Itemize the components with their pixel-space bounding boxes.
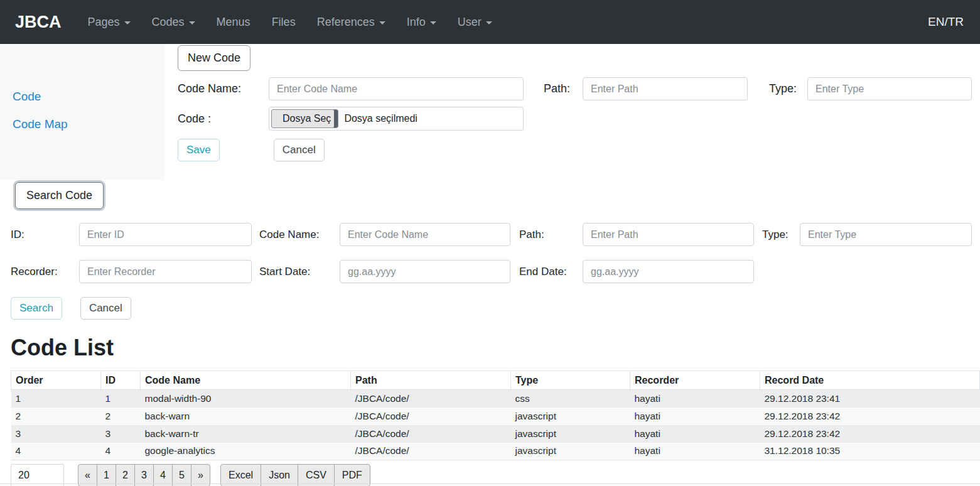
cell-order: 1 [11, 390, 101, 408]
search-actions: Search Cancel [11, 297, 980, 320]
cell-path: /JBCA/code/ [351, 425, 511, 443]
new-code-cancel-button[interactable]: Cancel [274, 139, 325, 161]
search-type-label: Type: [762, 229, 800, 241]
table-row: 1 1 modal-width-90 /JBCA/code/ css hayat… [11, 390, 980, 408]
cell-recorder: hayati [630, 443, 760, 460]
id-input[interactable] [79, 223, 252, 246]
page-1-button[interactable]: 1 [97, 464, 116, 486]
cell-code-name: back-warn-tr [141, 425, 351, 443]
nav-item-references[interactable]: References [317, 16, 385, 29]
nav-item-label: Menus [217, 16, 250, 29]
language-toggle[interactable]: EN/TR [928, 15, 964, 29]
new-code-actions: Save Cancel [178, 139, 980, 161]
column-header-recorder: Recorder [630, 371, 760, 390]
footer-divider [0, 483, 980, 484]
caret-down-icon [124, 21, 131, 24]
type-input[interactable] [807, 77, 972, 100]
search-path-label: Path: [519, 229, 583, 241]
page-2-button[interactable]: 2 [116, 464, 135, 486]
page-4-button[interactable]: 4 [153, 464, 173, 486]
nav-item-codes[interactable]: Codes [152, 16, 195, 29]
new-code-button[interactable]: New Code [178, 45, 250, 71]
file-select-button[interactable]: Dosya Seç [271, 109, 338, 128]
export-pdf-button[interactable]: PDF [334, 464, 370, 486]
code-name-input[interactable] [269, 77, 524, 100]
nav-menu: Pages Codes Menus Files References Info … [88, 16, 928, 29]
column-header-record-date: Record Date [760, 371, 980, 390]
end-date-input[interactable] [583, 260, 754, 283]
cell-recorder: hayati [630, 390, 760, 408]
path-input[interactable] [583, 77, 748, 100]
caret-down-icon [189, 21, 195, 24]
cell-id: 1 [101, 390, 141, 408]
nav-item-info[interactable]: Info [407, 16, 436, 29]
cell-recorder: hayati [630, 408, 760, 425]
table-row: 2 2 back-warn /JBCA/code/ javascript hay… [11, 408, 980, 425]
nav-item-files[interactable]: Files [272, 16, 296, 29]
code-file-input[interactable]: Dosya Seç Dosya seçilmedi [269, 107, 524, 131]
cell-record-date: 31.12.2018 10:35 [760, 443, 980, 460]
id-label: ID: [11, 229, 79, 241]
export-excel-button[interactable]: Excel [220, 464, 261, 486]
nav-item-label: Files [272, 16, 296, 29]
cell-path: /JBCA/code/ [351, 408, 511, 425]
caret-down-icon [379, 21, 385, 24]
code-list-section: Code List Order ID Code Name Path Type R… [0, 335, 980, 486]
code-table: Order ID Code Name Path Type Recorder Re… [11, 370, 980, 460]
column-header-type: Type [511, 371, 630, 390]
search-code-name-label: Code Name: [259, 229, 340, 241]
brand-logo[interactable]: JBCA [15, 13, 62, 32]
new-code-panel: New Code Code Name: Path: Type: Code : D… [164, 44, 980, 180]
new-code-row-2: Code : Dosya Seç Dosya seçilmedi [178, 107, 980, 131]
sidebar: Code Code Map [0, 44, 164, 180]
page-5-button[interactable]: 5 [172, 464, 191, 486]
start-date-label: Start Date: [259, 266, 340, 278]
start-date-input[interactable] [340, 260, 510, 283]
nav-item-label: User [458, 16, 482, 29]
cell-order: 4 [11, 443, 101, 460]
sidebar-item-code-map[interactable]: Code Map [0, 111, 164, 138]
cell-id: 3 [101, 425, 141, 443]
end-date-label: End Date: [519, 266, 583, 278]
path-label: Path: [544, 82, 583, 95]
cell-code-name: google-analytics [141, 443, 351, 460]
search-type-input[interactable] [800, 223, 972, 246]
search-button[interactable]: Search [11, 297, 62, 320]
search-code-button[interactable]: Search Code [15, 182, 104, 209]
table-header-row: Order ID Code Name Path Type Recorder Re… [11, 371, 980, 390]
page-next-button[interactable]: » [191, 464, 210, 486]
search-cancel-button[interactable]: Cancel [80, 297, 131, 320]
cell-record-date: 29.12.2018 23:41 [760, 390, 980, 408]
cell-code-name: back-warn [141, 408, 351, 425]
cell-order: 2 [11, 408, 101, 425]
column-header-id: ID [101, 371, 141, 390]
column-header-path: Path [351, 371, 511, 390]
nav-item-pages[interactable]: Pages [88, 16, 131, 29]
export-buttons: Excel Json CSV PDF [220, 464, 370, 486]
code-file-label: Code : [178, 112, 269, 126]
cell-recorder: hayati [630, 425, 760, 443]
top-region: Code Code Map New Code Code Name: Path: … [0, 44, 980, 180]
sidebar-item-code[interactable]: Code [0, 83, 164, 111]
nav-item-user[interactable]: User [458, 16, 492, 29]
save-button[interactable]: Save [178, 139, 220, 161]
page-3-button[interactable]: 3 [134, 464, 154, 486]
nav-item-label: Codes [152, 16, 185, 29]
new-code-row-1: Code Name: Path: Type: [178, 77, 980, 100]
nav-item-menus[interactable]: Menus [217, 16, 250, 29]
cell-code-name: modal-width-90 [141, 390, 351, 408]
cell-record-date: 29.12.2018 23:42 [760, 408, 980, 425]
cell-path: /JBCA/code/ [351, 390, 511, 408]
cell-type: javascript [511, 443, 630, 460]
search-path-input[interactable] [583, 223, 754, 246]
export-json-button[interactable]: Json [261, 464, 298, 486]
search-code-name-input[interactable] [340, 223, 510, 246]
recorder-input[interactable] [79, 260, 252, 283]
export-csv-button[interactable]: CSV [298, 464, 335, 486]
page-prev-button[interactable]: « [78, 464, 97, 486]
caret-down-icon [430, 21, 436, 24]
cell-record-date: 29.12.2018 23:42 [760, 425, 980, 443]
nav-item-label: Pages [88, 16, 120, 29]
search-row-1: ID: Code Name: Path: Type: [11, 223, 980, 246]
page-size-select[interactable]: 20 [11, 464, 64, 486]
